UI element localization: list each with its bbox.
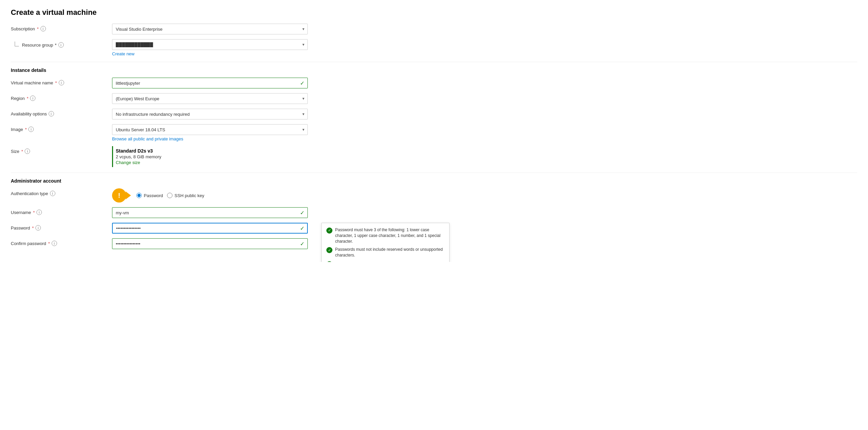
subscription-row: Subscription * i Visual Studio Enterpris… (11, 24, 857, 34)
resource-group-label-col: Resource group * i (11, 39, 112, 48)
username-info-icon[interactable]: i (36, 210, 42, 215)
image-select[interactable]: Ubuntu Server 18.04 LTS (112, 124, 308, 135)
vm-name-input-wrapper: ✓ (112, 78, 308, 88)
region-row: Region * i (Europe) West Europe (11, 93, 857, 104)
tree-connector-icon (14, 42, 19, 48)
subscription-input-col: Visual Studio Enterprise (112, 24, 308, 34)
subscription-select[interactable]: Visual Studio Enterprise (112, 24, 308, 34)
section-divider-1 (11, 62, 857, 62)
region-label: Region * i (11, 93, 112, 101)
password-info-icon[interactable]: i (35, 225, 41, 231)
subscription-info-icon[interactable]: i (40, 26, 46, 31)
confirm-password-check-icon: ✓ (300, 241, 304, 247)
warning-circle: ! (112, 188, 126, 203)
size-detail: 2 vcpus, 8 GiB memory (116, 154, 308, 159)
username-input-wrapper: ✓ (112, 207, 308, 218)
vm-name-info-icon[interactable]: i (59, 80, 64, 85)
auth-type-ssh-radio[interactable] (167, 193, 172, 198)
tooltip-text-3: The value is in between 12 and 72 charac… (335, 261, 427, 262)
password-tooltip: ✓ Password must have 3 of the following:… (321, 223, 450, 262)
auth-type-ssh-text: SSH public key (174, 193, 204, 198)
instance-details-section-title: Instance details (11, 68, 857, 73)
resource-group-select-wrapper: ████████████ (112, 39, 308, 50)
browse-images-link[interactable]: Browse all public and private images (112, 136, 183, 141)
confirm-password-input-wrapper: ✓ (112, 238, 308, 249)
availability-info-icon[interactable]: i (49, 111, 54, 116)
auth-type-row: Authentication type i ! Password SSH pub… (11, 188, 857, 203)
vm-name-label: Virtual machine name * i (11, 78, 112, 85)
confirm-password-label: Confirm password * i (11, 238, 112, 246)
image-info-icon[interactable]: i (28, 127, 34, 132)
auth-type-password-text: Password (144, 193, 163, 198)
confirm-password-info-icon[interactable]: i (52, 241, 57, 246)
username-row: Username * i ✓ (11, 207, 857, 218)
size-info-block: Standard D2s v3 2 vcpus, 8 GiB memory Ch… (112, 146, 308, 167)
tooltip-item-1: ✓ Password must have 3 of the following:… (326, 227, 444, 244)
password-row: Password * i ✓ ✓ Password must have 3 of… (11, 223, 857, 234)
vm-name-input[interactable] (112, 78, 308, 88)
auth-type-input-col: ! Password SSH public key (112, 188, 308, 203)
subscription-label: Subscription * i (11, 24, 112, 31)
admin-account-section-title: Administrator account (11, 178, 857, 184)
warning-exclamation: ! (118, 192, 120, 199)
create-new-link[interactable]: Create new (112, 51, 134, 56)
password-input-wrapper: ✓ (112, 223, 308, 234)
availability-select[interactable]: No infrastructure redundancy required (112, 109, 308, 119)
username-input[interactable] (112, 207, 308, 218)
auth-type-password-radio[interactable] (136, 193, 142, 198)
username-check-icon: ✓ (300, 210, 304, 216)
username-input-col: ✓ (112, 207, 308, 218)
password-check-icon: ✓ (300, 225, 304, 232)
page-title: Create a virtual machine (11, 8, 857, 17)
image-select-wrapper: Ubuntu Server 18.04 LTS (112, 124, 308, 135)
section-divider-2 (11, 172, 857, 173)
password-label: Password * i (11, 223, 112, 231)
size-input-col: Standard D2s v3 2 vcpus, 8 GiB memory Ch… (112, 146, 308, 167)
password-input[interactable] (112, 223, 308, 234)
tooltip-text-1: Password must have 3 of the following: 1… (335, 227, 444, 244)
region-select[interactable]: (Europe) West Europe (112, 93, 308, 104)
warning-icon-wrapper: ! (112, 188, 126, 203)
image-row: Image * i Ubuntu Server 18.04 LTS Browse… (11, 124, 857, 141)
tooltip-item-2: ✓ Passwords must not include reserved wo… (326, 247, 444, 258)
auth-type-ssh-label[interactable]: SSH public key (167, 193, 204, 198)
size-info-icon[interactable]: i (25, 149, 30, 154)
resource-group-select[interactable]: ████████████ (112, 39, 308, 50)
resource-group-info-icon[interactable]: i (58, 42, 64, 48)
region-info-icon[interactable]: i (30, 96, 35, 101)
vm-name-check-icon: ✓ (300, 80, 304, 86)
vm-name-row: Virtual machine name * i ✓ (11, 78, 857, 88)
tooltip-check-icon-1: ✓ (326, 227, 332, 234)
availability-row: Availability options i No infrastructure… (11, 109, 857, 119)
region-input-col: (Europe) West Europe (112, 93, 308, 104)
region-select-wrapper: (Europe) West Europe (112, 93, 308, 104)
change-size-link[interactable]: Change size (116, 160, 140, 165)
tooltip-text-2: Passwords must not include reserved word… (335, 247, 444, 258)
auth-type-info-icon[interactable]: i (50, 191, 55, 196)
confirm-password-input-col: ✓ (112, 238, 308, 249)
resource-group-row: Resource group * i ████████████ Create n… (11, 39, 857, 56)
tooltip-item-3: ✓ The value is in between 12 and 72 char… (326, 261, 444, 262)
size-label: Size * i (11, 146, 112, 154)
resource-group-input-col: ████████████ Create new (112, 39, 308, 56)
image-input-col: Ubuntu Server 18.04 LTS Browse all publi… (112, 124, 308, 141)
size-row: Size * i Standard D2s v3 2 vcpus, 8 GiB … (11, 146, 857, 167)
vm-name-input-col: ✓ (112, 78, 308, 88)
size-name: Standard D2s v3 (116, 148, 308, 154)
image-label: Image * i (11, 124, 112, 132)
password-input-col: ✓ ✓ Password must have 3 of the followin… (112, 223, 308, 234)
auth-type-auth-row: ! Password SSH public key (112, 188, 308, 203)
auth-type-label: Authentication type i (11, 188, 112, 196)
username-label: Username * i (11, 207, 112, 215)
tooltip-check-icon-2: ✓ (326, 247, 332, 253)
availability-input-col: No infrastructure redundancy required (112, 109, 308, 119)
subscription-select-wrapper: Visual Studio Enterprise (112, 24, 308, 34)
availability-label: Availability options i (11, 109, 112, 116)
auth-type-password-label[interactable]: Password (136, 193, 163, 198)
availability-select-wrapper: No infrastructure redundancy required (112, 109, 308, 119)
confirm-password-input[interactable] (112, 238, 308, 249)
tooltip-check-icon-3: ✓ (326, 261, 332, 262)
